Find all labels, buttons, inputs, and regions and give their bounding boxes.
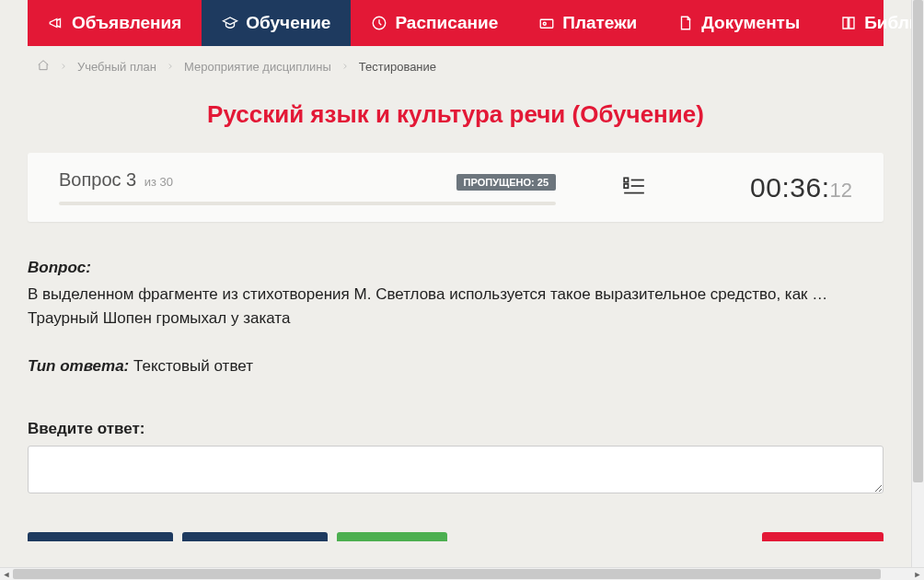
answer-type-label: Тип ответа: [28,357,129,375]
timer-seconds: 12 [830,179,852,203]
skipped-badge: ПРОПУЩЕНО: 25 [456,174,556,191]
svg-rect-3 [624,178,628,181]
content-area: Вопрос: В выделенном фрагменте из стихот… [28,259,884,497]
nav-announcements[interactable]: Объявления [28,0,202,46]
question-header-card: Вопрос 3 из 30 ПРОПУЩЕНО: 25 00:36:12 [28,153,884,222]
home-icon[interactable] [37,59,50,75]
chevron-right-icon [166,60,175,74]
timer: 00:36:12 [750,172,852,203]
chevron-right-icon [341,60,350,74]
svg-rect-1 [540,19,553,28]
question-text: В выделенном фрагменте из стихотворения … [28,283,884,331]
svg-point-2 [543,22,546,25]
prev-button[interactable] [28,532,173,541]
nav-label: Расписание [395,13,498,33]
nav-label: Платежи [562,13,637,33]
scroll-right-arrow[interactable]: ► [911,568,924,581]
payment-icon [538,15,555,31]
breadcrumb-testing: Тестирование [359,60,436,74]
progress-bar [59,202,556,205]
book-icon [840,15,857,31]
vertical-scrollbar[interactable] [911,0,924,567]
page-title: Русский язык и культура речи (Обучение) [28,100,884,129]
viewport: Объявления Обучение Расписание Платежи [0,0,911,567]
nav-documents[interactable]: Документы [657,0,820,46]
question-list-icon[interactable] [620,174,648,202]
nav-library[interactable]: Библиотека [820,0,911,46]
question-label: Вопрос: [28,259,884,277]
cap-icon [222,15,238,31]
horizontal-scrollbar[interactable]: ◄ ► [0,567,924,580]
document-icon [677,15,694,31]
buttons-row [28,532,884,549]
scroll-left-arrow[interactable]: ◄ [0,568,13,581]
answer-input-label: Введите ответ: [28,420,884,438]
nav-label: Документы [701,13,800,33]
breadcrumb: Учебный план Мероприятие дисциплины Тест… [0,46,911,84]
nav-education[interactable]: Обучение [202,0,351,46]
finish-button[interactable] [762,532,884,541]
question-total: из 30 [144,175,173,189]
submit-button[interactable] [337,532,447,541]
nav-label: Объявления [72,13,181,33]
answer-input[interactable] [28,446,884,493]
clock-icon [371,15,387,31]
breadcrumb-discipline-event[interactable]: Мероприятие дисциплины [184,60,331,74]
main-navbar: Объявления Обучение Расписание Платежи [28,0,884,46]
timer-main: 00:36: [750,172,829,203]
chevron-right-icon [59,60,68,74]
nav-label: Обучение [246,13,330,33]
megaphone-icon [48,15,64,31]
scrollbar-track[interactable] [13,568,911,580]
next-button[interactable] [182,532,328,541]
nav-schedule[interactable]: Расписание [351,0,518,46]
scrollbar-thumb[interactable] [913,0,923,482]
scrollbar-thumb[interactable] [13,569,881,579]
svg-rect-5 [624,183,628,187]
nav-payments[interactable]: Платежи [518,0,657,46]
breadcrumb-study-plan[interactable]: Учебный план [77,60,156,74]
question-number: Вопрос 3 [59,169,136,190]
nav-label: Библиотека [864,13,911,33]
answer-type-row: Тип ответа: Текстовый ответ [28,357,884,376]
answer-type-value: Текстовый ответ [133,357,253,375]
